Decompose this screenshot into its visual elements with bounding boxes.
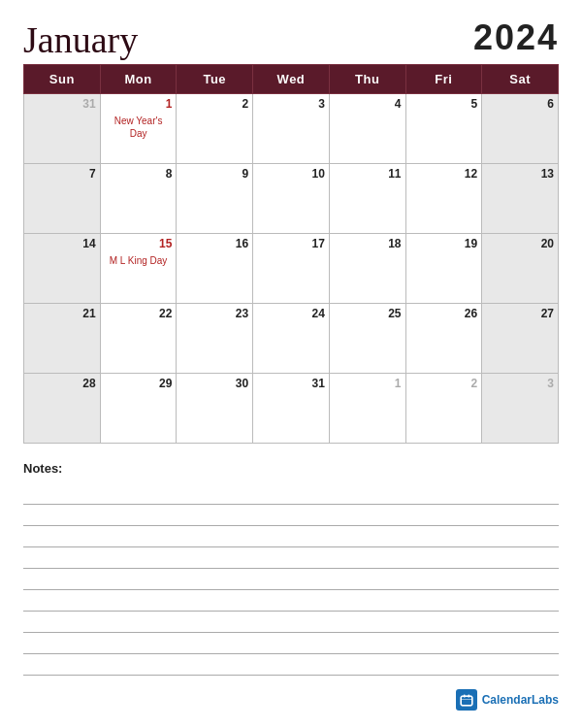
calendar-cell: 14 <box>24 234 101 304</box>
calendar-cell: 19 <box>405 234 482 304</box>
calendar-cell: 15M L King Day <box>100 234 177 304</box>
date-number: 11 <box>334 167 402 181</box>
date-number: 1 <box>334 377 402 390</box>
date-number: 3 <box>486 377 554 390</box>
svg-rect-5 <box>468 695 469 698</box>
calendar-cell: 25 <box>329 304 405 374</box>
date-number: 4 <box>334 97 402 111</box>
month-title: January <box>23 21 138 58</box>
notes-line <box>23 569 559 590</box>
calendar-cell: 20 <box>482 234 559 304</box>
calendar-cell: 22 <box>100 304 177 374</box>
date-number: 21 <box>28 307 96 320</box>
calendar-cell: 8 <box>100 164 177 234</box>
date-number: 22 <box>105 307 173 320</box>
calendar-cell: 26 <box>405 304 482 374</box>
notes-line <box>23 612 559 633</box>
calendar-header: January 2024 <box>23 17 559 58</box>
calendar-cell: 12 <box>405 164 482 234</box>
svg-rect-4 <box>464 695 466 698</box>
date-number: 28 <box>28 377 96 390</box>
col-header-fri: Fri <box>405 65 482 94</box>
date-number: 3 <box>257 97 325 111</box>
date-number: 2 <box>410 377 478 390</box>
calendar-cell: 31 <box>24 94 101 164</box>
calendar-cell: 21 <box>24 304 101 374</box>
year-title: 2024 <box>473 17 559 58</box>
svg-rect-2 <box>462 697 471 705</box>
date-number: 19 <box>410 237 478 250</box>
calendar-cell: 1 <box>329 374 405 444</box>
col-header-sat: Sat <box>482 65 559 94</box>
calendar-cell: 2 <box>405 374 482 444</box>
date-number: 2 <box>180 97 248 111</box>
holiday-label: New Year's Day <box>105 115 173 140</box>
calendar-cell: 5 <box>405 94 482 164</box>
col-header-tue: Tue <box>177 65 253 94</box>
notes-section: Notes: <box>23 461 559 676</box>
calendar-cell: 3 <box>253 94 330 164</box>
date-number: 25 <box>334 307 402 320</box>
week-row-5: 28293031123 <box>24 374 559 444</box>
date-number: 8 <box>105 167 173 181</box>
brand: CalendarLabs <box>456 689 559 711</box>
week-row-2: 78910111213 <box>24 164 559 234</box>
calendar-cell: 1New Year's Day <box>100 94 177 164</box>
svg-rect-3 <box>462 699 471 700</box>
date-number: 24 <box>257 307 325 320</box>
calendar-cell: 23 <box>177 304 253 374</box>
calendar-cell: 3 <box>482 374 559 444</box>
col-header-mon: Mon <box>100 65 177 94</box>
date-number: 15 <box>105 237 173 250</box>
calendar-cell: 24 <box>253 304 330 374</box>
calendar-cell: 4 <box>329 94 405 164</box>
notes-line <box>23 505 559 526</box>
date-number: 1 <box>105 97 173 111</box>
date-number: 20 <box>486 237 554 250</box>
notes-line <box>23 483 559 505</box>
date-number: 27 <box>486 307 554 320</box>
calendar-cell: 13 <box>482 164 559 234</box>
date-number: 18 <box>334 237 402 250</box>
notes-line <box>23 526 559 547</box>
calendar-cell: 6 <box>482 94 559 164</box>
notes-line <box>23 654 559 676</box>
date-number: 6 <box>486 97 554 111</box>
col-header-sun: Sun <box>24 65 101 94</box>
calendar-cell: 9 <box>177 164 253 234</box>
date-number: 7 <box>28 167 96 181</box>
calendar-cell: 30 <box>177 374 253 444</box>
calendar-cell: 11 <box>329 164 405 234</box>
days-of-week-row: SunMonTueWedThuFriSat <box>24 65 559 94</box>
footer: CalendarLabs <box>23 689 559 711</box>
calendar-cell: 29 <box>100 374 177 444</box>
calendar-cell: 31 <box>253 374 330 444</box>
date-number: 12 <box>410 167 478 181</box>
date-number: 16 <box>180 237 248 250</box>
date-number: 17 <box>257 237 325 250</box>
date-number: 29 <box>105 377 173 390</box>
holiday-label: M L King Day <box>105 254 173 267</box>
date-number: 26 <box>410 307 478 320</box>
notes-line <box>23 547 559 569</box>
calendar-cell: 2 <box>177 94 253 164</box>
date-number: 13 <box>486 167 554 181</box>
calendar-cell: 17 <box>253 234 330 304</box>
week-row-1: 311New Year's Day23456 <box>24 94 559 164</box>
calendar-cell: 27 <box>482 304 559 374</box>
date-number: 14 <box>28 237 96 250</box>
calendar-cell: 28 <box>24 374 101 444</box>
brand-text: CalendarLabs <box>482 693 559 707</box>
col-header-wed: Wed <box>253 65 330 94</box>
calendar-table: SunMonTueWedThuFriSat 311New Year's Day2… <box>23 64 559 444</box>
date-number: 30 <box>180 377 248 390</box>
date-number: 31 <box>257 377 325 390</box>
date-number: 9 <box>180 167 248 181</box>
week-row-3: 1415M L King Day1617181920 <box>24 234 559 304</box>
brand-icon <box>456 689 477 711</box>
date-number: 5 <box>410 97 478 111</box>
date-number: 23 <box>180 307 248 320</box>
notes-label: Notes: <box>23 461 559 476</box>
calendar-cell: 18 <box>329 234 405 304</box>
notes-lines <box>23 483 559 676</box>
